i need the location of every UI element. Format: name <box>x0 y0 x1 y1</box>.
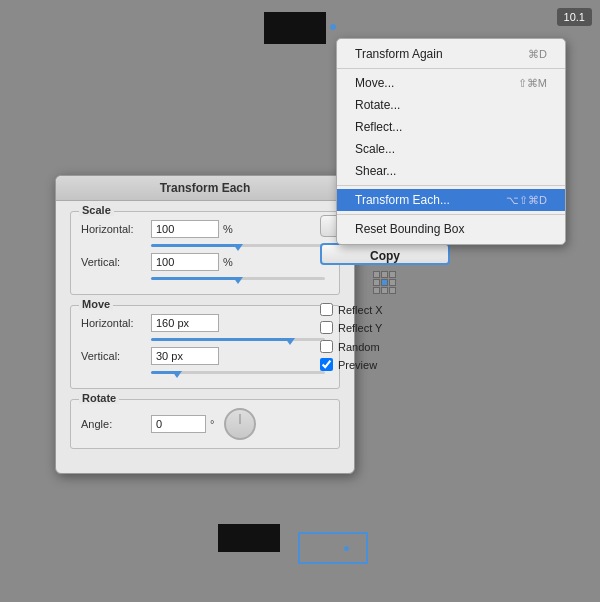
scale-horizontal-slider-row <box>81 244 329 247</box>
reflect-x-row: Reflect X <box>320 303 450 316</box>
menu-item-reflect[interactable]: Reflect... <box>337 116 565 138</box>
rotate-row: Angle: ° <box>81 408 329 440</box>
reflect-x-label: Reflect X <box>338 304 383 316</box>
reflect-y-checkbox[interactable] <box>320 321 333 334</box>
menu-label: Move... <box>355 76 394 90</box>
grid-cell <box>389 287 396 294</box>
scale-horizontal-row: Horizontal: % <box>81 220 329 238</box>
menu-item-transform-each[interactable]: Transform Each... ⌥⇧⌘D <box>337 189 565 211</box>
dialog-title: Transform Each <box>160 181 251 195</box>
shape-bottom-right <box>298 532 368 564</box>
shape-top-dot <box>330 24 336 30</box>
move-horizontal-slider[interactable] <box>151 338 325 341</box>
grid-cell <box>373 271 380 278</box>
menu-item-shear[interactable]: Shear... <box>337 160 565 182</box>
scale-horizontal-input[interactable] <box>151 220 219 238</box>
grid-cell <box>373 279 380 286</box>
move-vertical-row: Vertical: <box>81 347 329 365</box>
grid-cell <box>389 279 396 286</box>
move-vertical-label: Vertical: <box>81 350 151 362</box>
copy-button[interactable]: Copy <box>320 243 450 265</box>
move-horizontal-label: Horizontal: <box>81 317 151 329</box>
scale-vertical-label: Vertical: <box>81 256 151 268</box>
random-checkbox[interactable] <box>320 340 333 353</box>
menu-item-transform-again[interactable]: Transform Again ⌘D <box>337 43 565 65</box>
move-section: Move Horizontal: Vertical: <box>70 305 340 389</box>
scale-vertical-row: Vertical: % <box>81 253 329 271</box>
rotate-dial-line <box>240 414 241 424</box>
rotate-dial[interactable] <box>224 408 256 440</box>
grid-cell <box>381 287 388 294</box>
scale-horizontal-label: Horizontal: <box>81 223 151 235</box>
grid-cell <box>381 271 388 278</box>
reflect-y-label: Reflect Y <box>338 322 382 334</box>
menu-item-move[interactable]: Move... ⇧⌘M <box>337 72 565 94</box>
menu-divider-3 <box>337 214 565 215</box>
menu-divider <box>337 68 565 69</box>
menu-label: Transform Again <box>355 47 443 61</box>
context-menu: Transform Again ⌘D Move... ⇧⌘M Rotate...… <box>336 38 566 245</box>
shape-top <box>264 12 326 44</box>
random-row: Random <box>320 340 450 353</box>
move-vertical-input-wrap <box>151 347 329 365</box>
move-label: Move <box>79 298 113 310</box>
reflect-y-row: Reflect Y <box>320 321 450 334</box>
menu-shortcut: ⌘D <box>528 48 547 61</box>
move-horizontal-row: Horizontal: <box>81 314 329 332</box>
menu-label: Shear... <box>355 164 396 178</box>
menu-label: Reset Bounding Box <box>355 222 464 236</box>
menu-label: Rotate... <box>355 98 400 112</box>
move-vertical-slider[interactable] <box>151 371 325 374</box>
rotate-angle-label: Angle: <box>81 418 151 430</box>
menu-shortcut: ⇧⌘M <box>518 77 547 90</box>
shape-bottom-dot <box>344 546 349 551</box>
scale-label: Scale <box>79 204 114 216</box>
menu-shortcut: ⌥⇧⌘D <box>506 194 547 207</box>
rotate-angle-unit: ° <box>210 418 214 430</box>
move-horizontal-thumb <box>285 338 295 345</box>
menu-item-rotate[interactable]: Rotate... <box>337 94 565 116</box>
scale-horizontal-unit: % <box>223 223 233 235</box>
scale-vertical-slider[interactable] <box>151 277 325 280</box>
menu-item-reset-bounding-box[interactable]: Reset Bounding Box <box>337 218 565 240</box>
scale-section: Scale Horizontal: % Vertical: % <box>70 211 340 295</box>
move-horizontal-input[interactable] <box>151 314 219 332</box>
menu-label: Scale... <box>355 142 395 156</box>
scale-vertical-input-wrap: % <box>151 253 329 271</box>
scale-vertical-thumb <box>233 277 243 284</box>
random-label: Random <box>338 341 380 353</box>
move-vertical-slider-row <box>81 371 329 374</box>
scale-horizontal-input-wrap: % <box>151 220 329 238</box>
menu-item-scale[interactable]: Scale... <box>337 138 565 160</box>
rotate-label: Rotate <box>79 392 119 404</box>
move-horizontal-input-wrap <box>151 314 329 332</box>
menu-label: Transform Each... <box>355 193 450 207</box>
scale-vertical-slider-row <box>81 277 329 280</box>
rotate-angle-input[interactable] <box>151 415 206 433</box>
preview-row: Preview <box>320 358 450 371</box>
dialog-titlebar: Transform Each <box>56 176 354 201</box>
dialog-body: Scale Horizontal: % Vertical: % <box>56 201 354 473</box>
shape-bottom-left <box>218 524 280 552</box>
grid-cell <box>373 287 380 294</box>
grid-cell <box>381 279 388 286</box>
preview-checkbox[interactable] <box>320 358 333 371</box>
move-vertical-input[interactable] <box>151 347 219 365</box>
scale-vertical-unit: % <box>223 256 233 268</box>
menu-divider-2 <box>337 185 565 186</box>
scale-vertical-input[interactable] <box>151 253 219 271</box>
rotate-section: Rotate Angle: ° <box>70 399 340 449</box>
transform-origin-grid[interactable] <box>373 271 397 295</box>
reflect-x-checkbox[interactable] <box>320 303 333 316</box>
version-badge: 10.1 <box>557 8 592 26</box>
menu-label: Reflect... <box>355 120 402 134</box>
scale-horizontal-slider[interactable] <box>151 244 325 247</box>
preview-label: Preview <box>338 359 377 371</box>
grid-cell <box>389 271 396 278</box>
move-vertical-thumb <box>172 371 182 378</box>
scale-horizontal-thumb <box>233 244 243 251</box>
move-horizontal-slider-row <box>81 338 329 341</box>
transform-each-dialog: Transform Each Scale Horizontal: % Verti… <box>55 175 355 474</box>
